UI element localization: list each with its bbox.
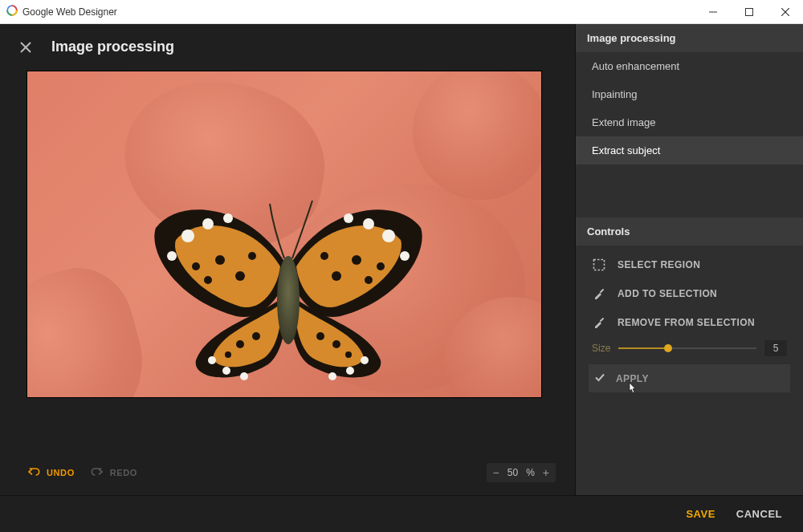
select-region-label: SELECT REGION [618,259,700,270]
undo-icon [27,467,40,478]
svg-point-23 [320,252,328,260]
brush-minus-icon [592,315,606,330]
window-close-button[interactable] [767,0,803,24]
brush-plus-icon [592,286,606,301]
butterfly-subject [132,180,445,388]
redo-icon [91,467,104,478]
mode-inpainting[interactable]: Inpainting [576,80,803,108]
svg-point-31 [361,356,369,364]
window-controls [695,0,803,24]
dialog-footer: SAVE CANCEL [0,495,803,532]
image-canvas[interactable] [27,71,541,397]
panel-title: Image processing [576,24,803,52]
zoom-value: 50 [507,467,518,478]
zoom-control: − 50 % + [487,463,556,482]
cursor-pointer-icon [626,382,638,399]
svg-point-28 [236,340,244,348]
undo-button[interactable]: UNDO [27,467,75,478]
svg-point-17 [363,218,374,229]
save-button[interactable]: SAVE [686,508,715,520]
size-value: 5 [764,340,787,356]
check-icon [593,371,606,386]
window-minimize-button[interactable] [695,0,731,24]
svg-point-9 [223,213,233,223]
mode-extend-image[interactable]: Extend image [576,108,803,136]
redo-label: REDO [110,468,137,477]
svg-point-22 [365,276,373,284]
svg-point-35 [316,332,324,340]
svg-point-8 [202,218,214,229]
svg-point-30 [225,351,231,358]
page-title: Image processing [51,39,174,55]
mode-list: Auto enhancement Inpainting Extend image… [576,52,803,164]
window-maximize-button[interactable] [731,0,767,24]
zoom-percent: % [526,467,535,478]
add-to-selection-button[interactable]: ADD TO SELECTION [576,279,803,308]
svg-point-14 [248,252,256,260]
svg-point-12 [235,271,245,281]
select-region-button[interactable]: SELECT REGION [576,250,803,279]
close-icon[interactable] [19,41,32,54]
window-titlebar: Google Web Designer [0,0,803,24]
app-logo-icon [6,5,18,18]
editor-left-pane: Image processing [0,24,575,495]
svg-point-19 [400,251,410,261]
zoom-out-button[interactable]: − [493,466,499,479]
mode-auto-enhancement[interactable]: Auto enhancement [576,52,803,80]
svg-point-15 [192,262,200,270]
svg-point-27 [240,372,248,380]
svg-point-25 [208,356,216,364]
remove-from-selection-label: REMOVE FROM SELECTION [618,317,755,328]
svg-point-11 [215,255,225,265]
svg-point-32 [346,367,354,375]
svg-point-26 [222,367,230,375]
controls-title: Controls [576,217,803,246]
svg-point-18 [344,213,353,223]
svg-point-16 [382,229,395,242]
svg-point-24 [377,262,385,270]
svg-rect-38 [594,260,605,270]
zoom-in-button[interactable]: + [543,466,549,479]
svg-point-21 [332,271,341,281]
size-label: Size [592,343,610,354]
svg-point-36 [345,351,352,358]
svg-point-13 [204,276,212,284]
svg-point-37 [277,256,300,344]
size-slider[interactable] [618,343,756,354]
remove-from-selection-button[interactable]: REMOVE FROM SELECTION [576,308,803,337]
svg-point-20 [352,255,361,265]
mode-extract-subject[interactable]: Extract subject [576,136,803,164]
right-panel: Image processing Auto enhancement Inpain… [575,24,803,495]
cancel-button[interactable]: CANCEL [736,508,782,520]
svg-rect-2 [745,8,752,15]
redo-button[interactable]: REDO [91,467,137,478]
svg-point-34 [332,340,340,348]
apply-button[interactable]: APPLY [589,364,790,392]
svg-point-33 [328,372,336,380]
brush-size-row: Size 5 [576,337,803,363]
add-to-selection-label: ADD TO SELECTION [618,288,717,299]
marquee-icon [592,258,606,272]
svg-point-10 [167,251,177,261]
undo-label: UNDO [47,468,75,477]
svg-point-7 [181,229,194,242]
svg-point-29 [252,332,260,340]
window-title: Google Web Designer [22,6,117,18]
